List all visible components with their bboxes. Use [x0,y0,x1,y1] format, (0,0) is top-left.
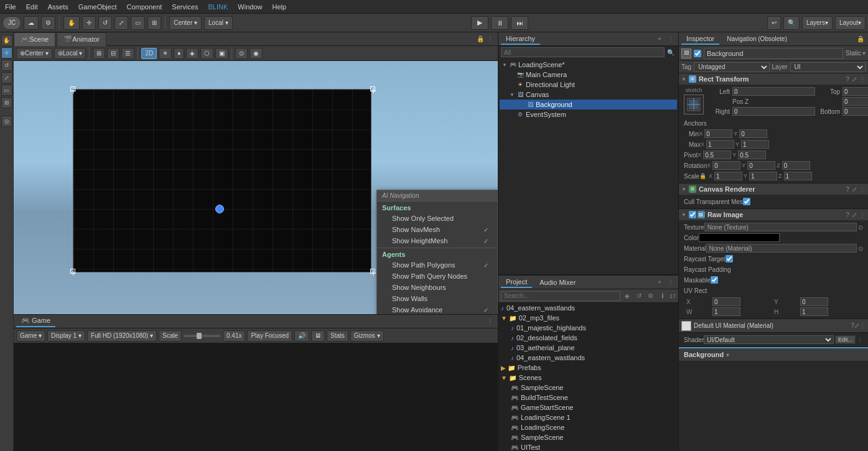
account-button[interactable]: JC [2,16,21,30]
rect-menu-icon[interactable]: ⋮ [859,76,866,83]
cr-ref-icon[interactable]: ⤢ [852,186,857,193]
play-button[interactable]: ▶ [471,16,488,30]
scale-y-input[interactable] [749,172,777,180]
min-x-input[interactable] [704,129,732,138]
menu-window[interactable]: Window [233,2,267,12]
proj-item-loadingscene1[interactable]: 🎮 LoadingScene 1 [498,412,678,422]
proj-item-prefabs[interactable]: ▶ 📁 Prefabs [498,363,678,373]
static-dropdown[interactable]: ▾ [862,50,866,57]
play-focused-btn[interactable]: Play Focused [247,330,292,342]
rect-transform-header[interactable]: ▼ ⊞ Rect Transform ? ⤢ ⋮ [679,73,868,85]
right-input[interactable] [732,107,815,116]
project-menu-icon[interactable]: ⋮ [666,277,676,287]
ri-ref-icon[interactable]: ⤢ [852,212,857,218]
max-y-input[interactable] [741,140,769,149]
proj-item-scenes[interactable]: ▼ 📁 Scenes [498,373,678,383]
scale-slider[interactable] [184,335,221,337]
menu-component[interactable]: Component [121,2,167,12]
monitor-btn[interactable]: 🖥 [311,330,325,342]
tree-item-eventsystem[interactable]: ⚙ EventSystem [500,109,677,119]
menu-assets[interactable]: Assets [43,2,73,12]
tree-item-directional-light[interactable]: ☀ Directional Light [500,80,677,90]
hierarchy-search-icon[interactable]: 🔍 [666,47,676,57]
project-search-input[interactable] [501,291,620,301]
show-path-query-nodes-item[interactable]: Show Path Query Nodes [377,271,497,282]
canvas-renderer-header[interactable]: ▼ ⊞ Canvas Renderer ? ⤢ ⋮ [679,184,868,195]
proj-item-majestic-highlands[interactable]: ♪ 01_majestic_highlands [498,323,678,333]
step-button[interactable]: ⏭ [511,16,528,30]
handle-tr[interactable] [370,86,375,91]
scale-z-input[interactable] [784,172,812,180]
scale-x-input[interactable] [714,172,742,180]
project-info-icon[interactable]: ℹ [658,291,668,301]
pivot-x-input[interactable] [703,151,731,159]
scene-light-btn[interactable]: ☀ [159,48,172,59]
edit-button[interactable]: Edit... [835,335,856,344]
cr-help-icon[interactable]: ? [846,186,849,193]
tree-item-background[interactable]: 🖼 Background [500,100,677,109]
material-ref-icon[interactable]: ⤢ [854,322,859,329]
proj-item-samplescene[interactable]: 🎮 SampleScene [498,383,678,393]
rot-x-input[interactable] [712,161,740,170]
rect-ref-icon[interactable]: ⤢ [852,76,857,83]
uv-y-input[interactable] [800,297,828,306]
search-button[interactable]: 🔍 [783,16,800,30]
scene-center-btn[interactable]: ⊕Center ▾ [16,48,52,59]
show-heightmesh-item[interactable]: Show HeightMesh ✓ [377,235,497,246]
scene-lock-icon[interactable]: 🔒 [475,34,485,44]
hierarchy-search-input[interactable] [501,47,665,57]
stats-btn[interactable]: Stats [327,330,348,342]
tab-audio-mixer[interactable]: Audio Mixer [534,277,581,287]
show-walls-item[interactable]: Show Walls [377,293,497,304]
scene-local-btn[interactable]: ⊚Local ▾ [54,48,86,59]
pan-tool[interactable]: ✋ [1,35,12,46]
menu-edit[interactable]: Edit [21,2,43,12]
center-dropdown[interactable]: Center ▾ [169,16,202,30]
rotate-tool-left[interactable]: ↺ [1,60,12,71]
scale-lock-icon[interactable]: 🔒 [699,173,706,179]
layers-dropdown[interactable]: Layers ▾ [802,16,833,30]
proj-item-aetherial-plane[interactable]: ♪ 03_aetherial_plane [498,343,678,353]
hierarchy-add-icon[interactable]: + [655,34,665,44]
show-navmesh-item[interactable]: Show NavMesh ✓ [377,224,497,235]
brush-tool[interactable]: ◎ [1,116,12,127]
scale-tool[interactable]: ⤢ [114,16,128,30]
project-refresh-icon[interactable]: ↺ [634,291,644,301]
proj-item-eastern-wastlands-2[interactable]: ♪ 04_eastern_wastlands [498,353,678,363]
uv-x-input[interactable] [712,297,740,306]
menu-help[interactable]: Help [267,2,291,12]
cr-menu-icon[interactable]: ⋮ [859,186,866,193]
scene-render-btn[interactable]: ◉ [250,48,263,59]
tag-select[interactable]: Untagged [694,62,769,72]
maskable-checkbox[interactable] [711,276,718,284]
scene-view[interactable]: AI Navigation Surfaces Show Only Selecte… [14,61,498,314]
select-tool[interactable]: ✛ [1,47,12,58]
handle-bl[interactable] [70,269,75,274]
object-active-checkbox[interactable] [694,50,701,57]
color-swatch[interactable] [699,233,780,242]
scene-grid-btn[interactable]: ⊞ [93,48,105,59]
material-menu-icon[interactable]: ⋮ [859,322,866,329]
rect-tool-left[interactable]: ▭ [1,85,12,96]
project-filter-icon[interactable]: ◈ [622,291,632,301]
display-dropdown[interactable]: Display 1 ▾ [47,330,85,342]
proj-item-mp3-files[interactable]: ▼ 📁 02_mp3_files [498,313,678,323]
scale-tool-left[interactable]: ⤢ [1,72,12,83]
scene-grid2-btn[interactable]: ▣ [215,48,228,59]
menu-blink[interactable]: BLINK [203,2,233,12]
hierarchy-menu-icon[interactable]: ⋮ [666,34,676,44]
project-add-icon[interactable]: + [655,277,665,287]
scene-gizmos-btn[interactable]: ⊙ [235,48,248,59]
game-label-btn[interactable]: Game ▾ [16,330,45,342]
bottom-input[interactable] [842,107,868,116]
proj-item-uitest[interactable]: 🎮 UITest [498,442,678,451]
menu-gameobject[interactable]: GameObject [73,2,122,12]
raycast-checkbox[interactable] [726,255,733,263]
cull-checkbox[interactable] [743,198,750,205]
left-input[interactable] [732,87,815,96]
tab-navigation[interactable]: Navigation (Obsolete) [722,34,792,44]
settings-button[interactable]: ⚙ [41,16,55,30]
raw-image-enabled[interactable] [689,211,696,218]
tree-item-canvas[interactable]: ▼ 🖼 Canvas [500,90,677,100]
tab-game[interactable]: 🎮 Game [16,315,55,327]
